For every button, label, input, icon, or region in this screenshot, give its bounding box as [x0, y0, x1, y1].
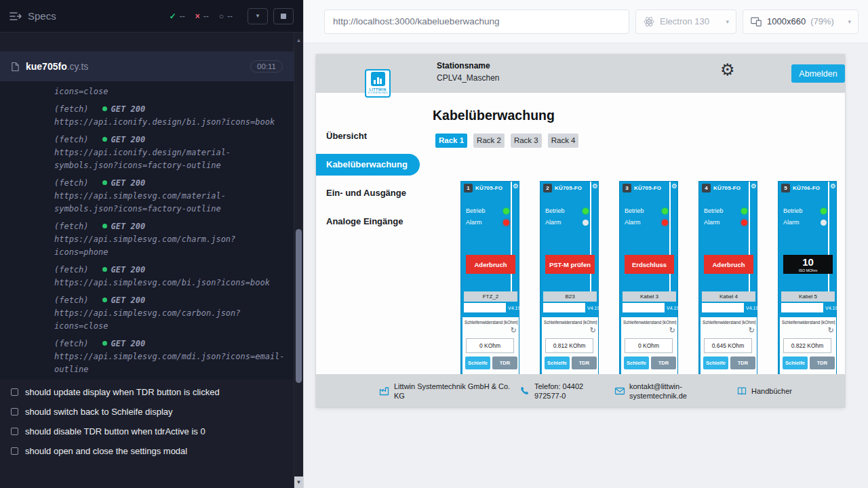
scrollbar-thumb[interactable] — [296, 229, 302, 383]
test-icon — [11, 428, 18, 435]
log-entry-head: (fetch)GET 200 — [54, 264, 285, 277]
refresh-icon[interactable]: ↻ — [590, 327, 596, 334]
tdr-button[interactable]: TDR — [492, 357, 517, 369]
input-box[interactable] — [623, 303, 665, 312]
nav-item-analoge-eing-nge[interactable]: Analoge Eingänge — [316, 211, 427, 232]
pending-icon: ○ — [219, 12, 224, 21]
input-box[interactable] — [702, 303, 744, 312]
version-row: V4.19 — [781, 303, 835, 312]
test-title: should disable TDR button when tdrActive… — [25, 426, 205, 436]
scroll-down-icon[interactable]: ▼ — [294, 476, 303, 488]
test-item-should-update-display-when-tdr[interactable]: should update display when TDR button is… — [0, 382, 294, 402]
test-item-should-open-and-close-the-sett[interactable]: should open and close the settings modal — [0, 441, 294, 461]
app-viewport: LITTWIN SYSTEMTECHNIK Stationsname CPLV4… — [316, 54, 845, 407]
alarm-led — [821, 220, 827, 226]
card-number: 2 — [543, 184, 552, 192]
input-box[interactable] — [543, 303, 585, 312]
scroll-up-icon[interactable]: ▲ — [294, 38, 303, 43]
card-settings-icon[interactable]: ⚙ — [671, 183, 677, 190]
logout-button[interactable]: Abmelden — [791, 64, 845, 83]
card-settings-icon[interactable]: ⚙ — [592, 183, 598, 190]
tab-rack-3[interactable]: Rack 3 — [511, 134, 542, 148]
alarm-label: Alarm — [704, 219, 720, 226]
schleife-button[interactable]: Schleife — [545, 357, 570, 369]
alarm-label: Alarm — [545, 219, 561, 226]
alarm-label: Alarm — [466, 219, 482, 226]
schleife-button[interactable]: Schleife — [624, 357, 649, 369]
device-cards: 1 KÜ705-FO ⚙ Betrieb Alarm Aderbruch FTZ… — [460, 181, 837, 374]
schleife-button[interactable]: Schleife — [703, 357, 728, 369]
nav-item-kabel-berwachung[interactable]: Kabelüberwachung — [316, 154, 420, 176]
test-item-should-disable-tdr-button-when[interactable]: should disable TDR button when tdrActive… — [0, 422, 294, 441]
station-label: Stationsname — [437, 61, 500, 70]
status-dot — [102, 224, 107, 228]
footer-item-mail[interactable]: kontakt@littwin-systemtechnik.de — [614, 382, 736, 401]
specs-menu-icon[interactable] — [9, 12, 22, 21]
spec-extension: .cy.ts — [67, 61, 89, 72]
log-entry-head: (fetch)GET 200 — [54, 134, 285, 146]
tdr-button[interactable]: TDR — [810, 357, 835, 369]
reporter-scrollbar[interactable]: ▲ ▼ — [294, 33, 303, 488]
status-box: Aderbruch — [704, 255, 753, 274]
url-input[interactable]: http://localhost:3000/kabelueberwachung — [324, 9, 629, 34]
log-url-line: https://api.simplesvg.com/charm.json? — [54, 233, 285, 246]
stop-tests-button[interactable] — [273, 8, 294, 24]
refresh-icon[interactable]: ↻ — [511, 327, 517, 334]
card-settings-icon[interactable]: ⚙ — [830, 183, 836, 190]
alarm-label: Alarm — [625, 219, 641, 226]
betrieb-led — [662, 208, 668, 214]
refresh-icon[interactable]: ↻ — [749, 327, 755, 334]
http-status: GET 200 — [111, 339, 146, 348]
fetch-log-entry: (fetch)GET 200https://api.iconify.design… — [54, 134, 285, 172]
status-box: Erdschluss — [625, 255, 674, 274]
refresh-icon[interactable]: ↻ — [669, 327, 675, 334]
settings-gear-icon[interactable]: ⚙ — [720, 62, 735, 78]
fetch-log-entry: (fetch)GET 200https://api.simplesvg.com/… — [54, 294, 285, 333]
card-settings-icon[interactable]: ⚙ — [751, 183, 757, 190]
card-settings-icon[interactable]: ⚙ — [513, 183, 519, 190]
device-card-5: 5 KÜ706-FO ⚙ Betrieb Alarm 10 ISO MOhm K… — [778, 181, 837, 374]
nav-item-bersicht[interactable]: Übersicht — [316, 125, 427, 147]
tab-rack-1[interactable]: Rack 1 — [435, 134, 467, 148]
spec-header[interactable]: kue705fo .cy.ts 00:11 — [0, 52, 294, 81]
test-icon — [11, 447, 18, 455]
specs-label[interactable]: Specs — [28, 10, 56, 22]
card-buttons: Schleife TDR — [783, 357, 835, 369]
cable-name: Kabel 4 — [702, 291, 755, 302]
tdr-button[interactable]: TDR — [730, 357, 755, 369]
version-row: V4.19 — [464, 303, 517, 312]
schleife-button[interactable]: Schleife — [783, 357, 808, 369]
footer-item-book[interactable]: Handbücher — [736, 386, 792, 396]
viewport-select[interactable]: 1000x660 (79%) ▾ — [743, 9, 859, 34]
tab-rack-2[interactable]: Rack 2 — [473, 134, 505, 148]
refresh-icon[interactable]: ↻ — [828, 327, 834, 334]
schleife-button[interactable]: Schleife — [465, 357, 490, 369]
log-url-line: icons=close — [54, 85, 285, 98]
measurement-panel: Schleifenwiderstand [kOhm] ↻ 0 KOhm Schl… — [621, 317, 677, 375]
fetch-log-entry: (fetch)GET 200https://api.simplesvg.com/… — [54, 177, 285, 216]
input-box[interactable] — [464, 303, 506, 312]
measurement-value: 0.645 KOhm — [704, 338, 752, 353]
input-box[interactable] — [781, 303, 823, 312]
log-entry-head: (fetch)GET 200 — [54, 103, 285, 116]
measurement-panel: Schleifenwiderstand [kOhm] ↻ 0.645 KOhm … — [701, 317, 757, 375]
nav-item-ein-und-ausg-nge[interactable]: Ein- und Ausgänge — [316, 182, 427, 204]
fetch-label: (fetch) — [54, 265, 89, 274]
device-card-2: 2 KÜ705-FO ⚙ Betrieb Alarm PST-M prüfen … — [540, 181, 599, 374]
tdr-button[interactable]: TDR — [572, 357, 597, 369]
test-item-should-switch-back-to-schleife[interactable]: should switch back to Schleife display — [0, 402, 294, 422]
browser-select[interactable]: Electron 130 ▾ — [635, 9, 736, 34]
log-entry-head: (fetch)GET 200 — [54, 294, 285, 307]
divider — [590, 182, 591, 292]
measurement-panel: Schleifenwiderstand [kOhm] ↻ 0 KOhm Schl… — [462, 317, 519, 375]
betrieb-row: Betrieb — [545, 207, 589, 214]
log-url-line: symbols.json?icons=factory-outline — [54, 159, 285, 172]
stop-icon — [281, 14, 286, 19]
chevron-down-icon: ▾ — [256, 13, 260, 19]
tdr-button[interactable]: TDR — [651, 357, 676, 369]
fetch-label: (fetch) — [54, 104, 89, 114]
tab-rack-4[interactable]: Rack 4 — [548, 134, 579, 148]
collapse-reporter-button[interactable]: ▾ — [248, 8, 268, 24]
measurement-value: 0 KOhm — [625, 338, 673, 353]
browser-name: Electron 130 — [660, 16, 709, 26]
